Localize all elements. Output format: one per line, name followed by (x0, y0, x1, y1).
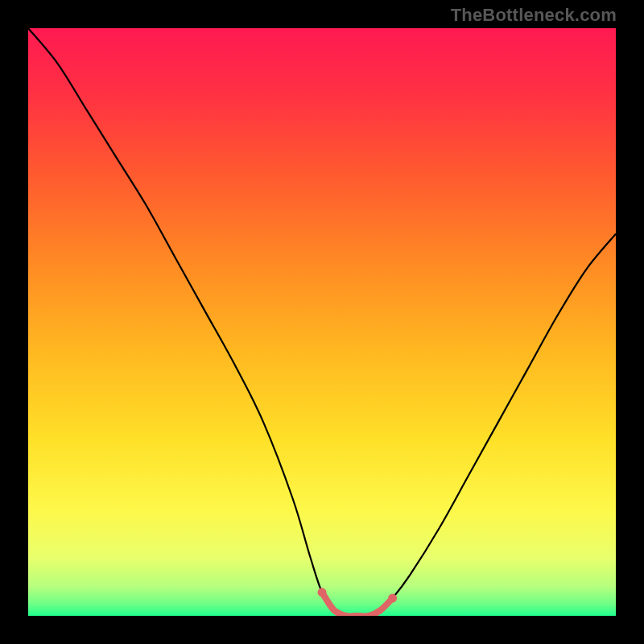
watermark-text: TheBottleneck.com (451, 5, 617, 26)
gradient-background (28, 28, 616, 616)
chart-container: TheBottleneck.com (0, 0, 644, 644)
plot-area (28, 28, 616, 616)
highlight-end-dot (388, 594, 397, 603)
highlight-end-dot (318, 588, 327, 597)
chart-svg (28, 28, 616, 616)
